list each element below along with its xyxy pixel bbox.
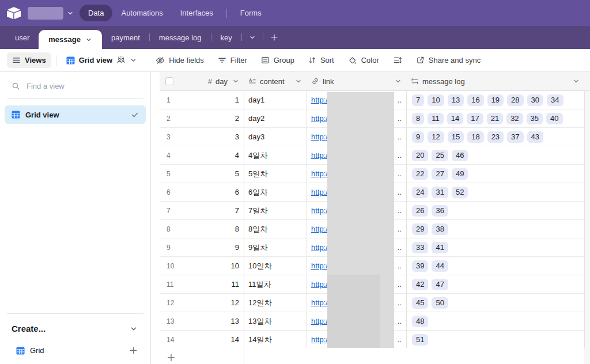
- record-link[interactable]: http:/: [311, 243, 328, 252]
- linked-record-badge[interactable]: 25: [432, 150, 448, 161]
- linked-record-badge[interactable]: 14: [447, 113, 463, 124]
- table-tab-key[interactable]: key: [211, 26, 241, 49]
- table-tab-message[interactable]: message: [39, 30, 102, 49]
- linked-record-badge[interactable]: 39: [412, 260, 428, 272]
- cell-day[interactable]: 11: [160, 275, 244, 293]
- filter-button[interactable]: Filter: [213, 52, 252, 68]
- linked-record-badge[interactable]: 36: [432, 205, 448, 217]
- cell-message-log[interactable]: 3341: [406, 238, 584, 256]
- linked-record-badge[interactable]: 19: [487, 94, 504, 106]
- cell-message-log[interactable]: 243152: [406, 183, 584, 201]
- cell-day[interactable]: 2: [160, 109, 244, 127]
- cell-day[interactable]: 9: [160, 238, 244, 256]
- cell-content[interactable]: 11일차: [244, 275, 307, 293]
- cell-content[interactable]: 9일차: [244, 238, 307, 256]
- tab-chevron-icon[interactable]: [85, 36, 92, 43]
- cell-content[interactable]: 10일차: [244, 257, 307, 275]
- group-button[interactable]: Group: [256, 52, 300, 68]
- linked-record-badge[interactable]: 50: [432, 297, 448, 309]
- linked-record-badge[interactable]: 46: [452, 150, 468, 161]
- cell-day[interactable]: 14: [160, 331, 244, 348]
- linked-record-badge[interactable]: 10: [428, 94, 444, 106]
- linked-record-badge[interactable]: 11: [428, 113, 444, 124]
- column-header-day[interactable]: # day: [160, 72, 244, 90]
- cell-message-log[interactable]: 9121518233743: [406, 128, 584, 146]
- top-nav-data[interactable]: Data: [80, 5, 112, 21]
- record-link[interactable]: http:/: [311, 298, 328, 307]
- record-link[interactable]: http:/: [311, 280, 328, 289]
- linked-record-badge[interactable]: 31: [432, 187, 448, 198]
- linked-record-badge[interactable]: 47: [432, 279, 448, 290]
- linked-record-badge[interactable]: 21: [487, 113, 503, 124]
- cell-message-log[interactable]: 4550: [406, 294, 584, 312]
- grid-view-menu-button[interactable]: Grid view: [61, 52, 143, 68]
- linked-record-badge[interactable]: 27: [432, 168, 448, 180]
- cell-content[interactable]: 14일차: [244, 331, 307, 348]
- linked-record-badge[interactable]: 44: [432, 260, 448, 272]
- linked-record-badge[interactable]: 33: [412, 242, 428, 253]
- top-nav-automations[interactable]: Automations: [112, 5, 171, 21]
- cell-content[interactable]: day3: [244, 128, 307, 146]
- cell-day[interactable]: 4: [160, 146, 244, 164]
- cell-message-log[interactable]: 3944: [406, 257, 584, 275]
- cell-day[interactable]: 10: [160, 257, 244, 275]
- sidebar-view-grid-view[interactable]: Grid view: [5, 105, 146, 124]
- table-tab-message-log[interactable]: message log: [150, 26, 211, 49]
- top-nav-forms[interactable]: Forms: [232, 5, 270, 21]
- linked-record-badge[interactable]: 48: [412, 316, 428, 327]
- base-chevron-down-icon[interactable]: [67, 10, 74, 17]
- find-view-input[interactable]: [25, 81, 139, 91]
- linked-record-badge[interactable]: 42: [412, 279, 428, 290]
- views-button[interactable]: Views: [7, 52, 51, 68]
- cell-day[interactable]: 13: [160, 312, 244, 330]
- linked-record-badge[interactable]: 13: [448, 94, 464, 106]
- linked-record-badge[interactable]: 12: [428, 131, 444, 143]
- linked-record-badge[interactable]: 24: [412, 187, 428, 198]
- linked-record-badge[interactable]: 49: [452, 168, 468, 180]
- linked-record-badge[interactable]: 45: [412, 297, 428, 309]
- cell-message-log[interactable]: 51: [406, 331, 584, 348]
- record-link[interactable]: http:/: [311, 206, 328, 215]
- linked-record-badge[interactable]: 40: [546, 113, 562, 124]
- linked-record-badge[interactable]: 23: [487, 131, 504, 143]
- cell-day[interactable]: 6: [160, 183, 244, 201]
- column-chevron-icon[interactable]: [232, 78, 239, 85]
- color-button[interactable]: Color: [343, 52, 384, 69]
- cell-content[interactable]: 6일차: [244, 183, 307, 201]
- column-header-link[interactable]: link: [307, 72, 406, 90]
- record-link[interactable]: http:/: [311, 151, 328, 160]
- column-header-message-log[interactable]: message log: [406, 72, 584, 90]
- linked-record-badge[interactable]: 34: [547, 94, 563, 106]
- table-tab-user[interactable]: user: [6, 26, 39, 49]
- frozen-column-divider[interactable]: [244, 91, 244, 364]
- record-link[interactable]: http:/: [311, 169, 328, 178]
- cell-message-log[interactable]: 202546: [406, 146, 584, 164]
- cell-content[interactable]: 12일차: [244, 294, 307, 312]
- linked-record-badge[interactable]: 7: [412, 94, 424, 106]
- linked-record-badge[interactable]: 16: [467, 94, 483, 106]
- cell-message-log[interactable]: 222749: [406, 165, 584, 183]
- record-link[interactable]: http:/: [311, 114, 328, 123]
- linked-record-badge[interactable]: 20: [412, 150, 428, 161]
- cell-message-log[interactable]: 2938: [406, 220, 584, 238]
- cell-content[interactable]: day1: [244, 91, 307, 109]
- share-and-sync-button[interactable]: Share and sync: [411, 52, 486, 68]
- cell-day[interactable]: 3: [160, 128, 244, 146]
- linked-record-badge[interactable]: 22: [412, 168, 428, 180]
- column-chevron-icon[interactable]: [295, 78, 302, 85]
- record-link[interactable]: http:/: [311, 335, 328, 344]
- cell-content[interactable]: 7일차: [244, 202, 307, 219]
- cell-day[interactable]: 5: [160, 165, 244, 183]
- linked-record-badge[interactable]: 38: [432, 223, 448, 235]
- record-link[interactable]: http:/: [311, 96, 328, 104]
- record-link[interactable]: http:/: [311, 188, 328, 196]
- linked-record-badge[interactable]: 35: [527, 113, 543, 124]
- cell-message-log[interactable]: 48: [406, 312, 584, 330]
- linked-record-badge[interactable]: 17: [467, 113, 483, 124]
- linked-record-badge[interactable]: 18: [467, 131, 483, 143]
- linked-record-badge[interactable]: 29: [412, 223, 428, 235]
- linked-record-badge[interactable]: 43: [527, 131, 543, 143]
- create-section-toggle[interactable]: Create...: [0, 314, 150, 339]
- table-tab-payment[interactable]: payment: [102, 26, 149, 49]
- column-chevron-icon[interactable]: [395, 78, 402, 85]
